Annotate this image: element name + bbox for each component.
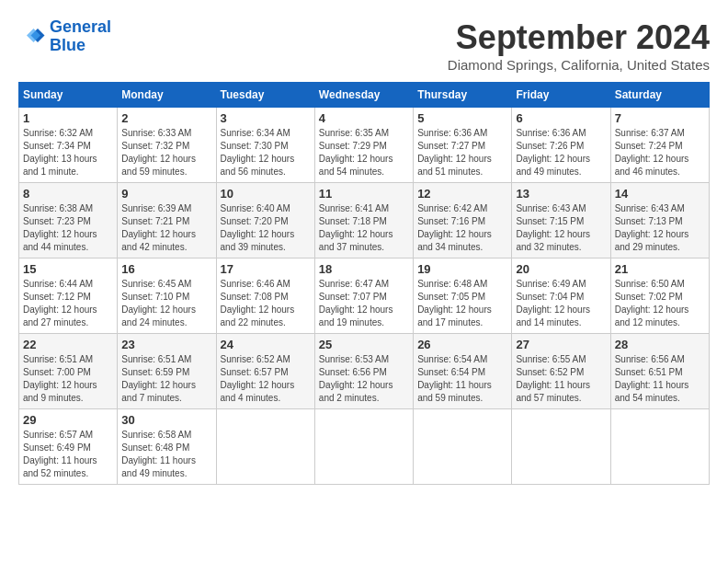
weekday-header: Friday [512, 83, 610, 108]
calendar-cell: 10Sunrise: 6:40 AM Sunset: 7:20 PM Dayli… [216, 183, 314, 259]
day-info: Sunrise: 6:50 AM Sunset: 7:02 PM Dayligh… [615, 278, 705, 329]
month-title: September 2024 [448, 18, 710, 57]
day-info: Sunrise: 6:37 AM Sunset: 7:24 PM Dayligh… [615, 127, 705, 178]
calendar-cell: 12Sunrise: 6:42 AM Sunset: 7:16 PM Dayli… [414, 183, 512, 259]
day-info: Sunrise: 6:47 AM Sunset: 7:07 PM Dayligh… [319, 278, 409, 329]
weekday-header: Wednesday [314, 83, 413, 108]
day-info: Sunrise: 6:35 AM Sunset: 7:29 PM Dayligh… [319, 127, 409, 178]
day-info: Sunrise: 6:36 AM Sunset: 7:26 PM Dayligh… [516, 127, 606, 178]
day-number: 28 [615, 338, 705, 351]
day-number: 3 [221, 111, 311, 125]
day-number: 22 [23, 338, 113, 351]
calendar-cell [610, 409, 709, 485]
calendar-cell: 9Sunrise: 6:39 AM Sunset: 7:21 PM Daylig… [118, 183, 216, 259]
day-info: Sunrise: 6:39 AM Sunset: 7:21 PM Dayligh… [121, 202, 211, 254]
day-number: 14 [615, 187, 705, 201]
calendar-cell: 27Sunrise: 6:55 AM Sunset: 6:52 PM Dayli… [512, 334, 610, 409]
calendar-cell: 17Sunrise: 6:46 AM Sunset: 7:08 PM Dayli… [216, 259, 314, 334]
calendar-cell: 26Sunrise: 6:54 AM Sunset: 6:54 PM Dayli… [414, 334, 512, 409]
day-info: Sunrise: 6:38 AM Sunset: 7:23 PM Dayligh… [23, 202, 113, 254]
week-row: 1Sunrise: 6:32 AM Sunset: 7:34 PM Daylig… [19, 108, 710, 183]
calendar-cell: 30Sunrise: 6:58 AM Sunset: 6:48 PM Dayli… [118, 409, 216, 485]
day-number: 11 [319, 187, 409, 201]
calendar-cell [414, 409, 512, 485]
calendar-cell: 3Sunrise: 6:34 AM Sunset: 7:30 PM Daylig… [216, 108, 314, 183]
calendar-cell: 24Sunrise: 6:52 AM Sunset: 6:57 PM Dayli… [216, 334, 314, 409]
calendar-cell: 15Sunrise: 6:44 AM Sunset: 7:12 PM Dayli… [19, 259, 118, 334]
day-number: 1 [23, 111, 113, 125]
weekday-header: Tuesday [216, 83, 314, 108]
day-info: Sunrise: 6:32 AM Sunset: 7:34 PM Dayligh… [23, 127, 113, 178]
day-number: 2 [121, 111, 211, 125]
calendar-cell: 5Sunrise: 6:36 AM Sunset: 7:27 PM Daylig… [414, 108, 512, 183]
day-info: Sunrise: 6:56 AM Sunset: 6:51 PM Dayligh… [615, 353, 705, 405]
location-title: Diamond Springs, California, United Stat… [448, 57, 710, 73]
day-number: 16 [121, 262, 211, 276]
day-number: 20 [516, 262, 606, 276]
day-info: Sunrise: 6:54 AM Sunset: 6:54 PM Dayligh… [417, 353, 507, 405]
day-info: Sunrise: 6:55 AM Sunset: 6:52 PM Dayligh… [516, 353, 606, 405]
calendar-cell: 14Sunrise: 6:43 AM Sunset: 7:13 PM Dayli… [610, 183, 709, 259]
day-info: Sunrise: 6:45 AM Sunset: 7:10 PM Dayligh… [121, 278, 211, 329]
calendar-cell: 20Sunrise: 6:49 AM Sunset: 7:04 PM Dayli… [512, 259, 610, 334]
calendar-cell: 25Sunrise: 6:53 AM Sunset: 6:56 PM Dayli… [314, 334, 413, 409]
day-info: Sunrise: 6:51 AM Sunset: 7:00 PM Dayligh… [23, 353, 113, 405]
calendar-cell [216, 409, 314, 485]
day-number: 5 [417, 111, 507, 125]
calendar-cell: 18Sunrise: 6:47 AM Sunset: 7:07 PM Dayli… [314, 259, 413, 334]
weekday-header: Saturday [610, 83, 709, 108]
day-info: Sunrise: 6:52 AM Sunset: 6:57 PM Dayligh… [221, 353, 311, 405]
calendar-cell: 6Sunrise: 6:36 AM Sunset: 7:26 PM Daylig… [512, 108, 610, 183]
day-number: 7 [615, 111, 705, 125]
weekday-header: Sunday [19, 83, 118, 108]
calendar-cell [512, 409, 610, 485]
weekday-header: Thursday [414, 83, 512, 108]
day-info: Sunrise: 6:42 AM Sunset: 7:16 PM Dayligh… [417, 202, 507, 254]
calendar-cell: 7Sunrise: 6:37 AM Sunset: 7:24 PM Daylig… [610, 108, 709, 183]
title-section: September 2024 Diamond Springs, Californ… [448, 18, 710, 73]
day-info: Sunrise: 6:58 AM Sunset: 6:48 PM Dayligh… [121, 429, 211, 480]
day-number: 18 [319, 262, 409, 276]
calendar-cell: 4Sunrise: 6:35 AM Sunset: 7:29 PM Daylig… [314, 108, 413, 183]
calendar-cell: 1Sunrise: 6:32 AM Sunset: 7:34 PM Daylig… [19, 108, 118, 183]
weekday-header: Monday [118, 83, 216, 108]
logo: General Blue [18, 18, 111, 55]
calendar-cell: 13Sunrise: 6:43 AM Sunset: 7:15 PM Dayli… [512, 183, 610, 259]
logo-icon [18, 23, 46, 51]
day-number: 15 [23, 262, 113, 276]
day-number: 6 [516, 111, 606, 125]
calendar-cell: 28Sunrise: 6:56 AM Sunset: 6:51 PM Dayli… [610, 334, 709, 409]
day-number: 10 [221, 187, 311, 201]
day-number: 12 [417, 187, 507, 201]
calendar-cell: 11Sunrise: 6:41 AM Sunset: 7:18 PM Dayli… [314, 183, 413, 259]
day-info: Sunrise: 6:43 AM Sunset: 7:15 PM Dayligh… [516, 202, 606, 254]
day-info: Sunrise: 6:46 AM Sunset: 7:08 PM Dayligh… [221, 278, 311, 329]
calendar-cell: 22Sunrise: 6:51 AM Sunset: 7:00 PM Dayli… [19, 334, 118, 409]
day-info: Sunrise: 6:53 AM Sunset: 6:56 PM Dayligh… [319, 353, 409, 405]
calendar-cell [314, 409, 413, 485]
day-number: 8 [23, 187, 113, 201]
week-row: 29Sunrise: 6:57 AM Sunset: 6:49 PM Dayli… [19, 409, 710, 485]
day-info: Sunrise: 6:40 AM Sunset: 7:20 PM Dayligh… [221, 202, 311, 254]
week-row: 22Sunrise: 6:51 AM Sunset: 7:00 PM Dayli… [19, 334, 710, 409]
day-number: 23 [121, 338, 211, 351]
day-number: 19 [417, 262, 507, 276]
page-header: General Blue September 2024 Diamond Spri… [18, 18, 710, 73]
day-number: 17 [221, 262, 311, 276]
day-info: Sunrise: 6:43 AM Sunset: 7:13 PM Dayligh… [615, 202, 705, 254]
calendar-cell: 19Sunrise: 6:48 AM Sunset: 7:05 PM Dayli… [414, 259, 512, 334]
day-number: 13 [516, 187, 606, 201]
calendar-cell: 8Sunrise: 6:38 AM Sunset: 7:23 PM Daylig… [19, 183, 118, 259]
day-info: Sunrise: 6:34 AM Sunset: 7:30 PM Dayligh… [221, 127, 311, 178]
day-number: 21 [615, 262, 705, 276]
day-info: Sunrise: 6:44 AM Sunset: 7:12 PM Dayligh… [23, 278, 113, 329]
day-info: Sunrise: 6:51 AM Sunset: 6:59 PM Dayligh… [121, 353, 211, 405]
day-number: 4 [319, 111, 409, 125]
calendar-cell: 21Sunrise: 6:50 AM Sunset: 7:02 PM Dayli… [610, 259, 709, 334]
day-info: Sunrise: 6:36 AM Sunset: 7:27 PM Dayligh… [417, 127, 507, 178]
day-number: 30 [121, 413, 211, 427]
week-row: 15Sunrise: 6:44 AM Sunset: 7:12 PM Dayli… [19, 259, 710, 334]
day-number: 29 [23, 413, 113, 427]
day-info: Sunrise: 6:48 AM Sunset: 7:05 PM Dayligh… [417, 278, 507, 329]
day-number: 26 [417, 338, 507, 351]
